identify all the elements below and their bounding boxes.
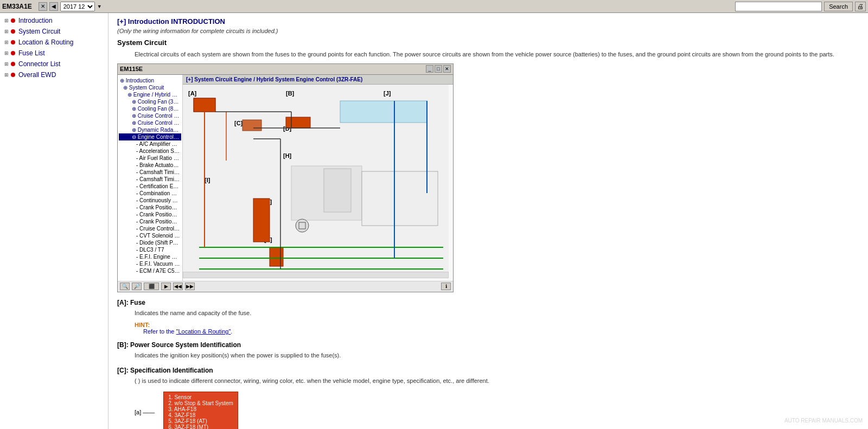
spec-image: [a] —— 1. Sensor 2. w/o Stop & Start Sys… [135, 392, 859, 429]
diagram-body: ⊕ Introduction ⊕ System Circuit ⊕ Engine… [118, 75, 453, 281]
diagram-footer: 🔍 🔎 ⬛ ▶ ◀◀ ▶▶ ℹ [118, 281, 453, 292]
diagram-tree-camshaft-2[interactable]: - Camshaft Timing C... [119, 176, 181, 183]
diagram-tree-cert-ecu[interactable]: - Certification ECU /... [119, 183, 181, 190]
system-circuit-title: System Circuit [117, 39, 859, 47]
intro-header: [+] Introduction INTRODUCTION [117, 17, 859, 25]
diagram-tree-cruise-8a[interactable]: ⊕ Cruise Control (8A... [119, 119, 181, 126]
main-layout: ⊞ Introduction ⊞ System Circuit ⊞ Locati… [0, 13, 868, 429]
diagram-tree-acceleration[interactable]: - Acceleration Senso... [119, 148, 181, 155]
sidebar-item-introduction[interactable]: ⊞ Introduction [0, 15, 108, 26]
diagram-tree-cvt-variable[interactable]: - Continuously Varia... [119, 197, 181, 204]
content-area: [+] Introduction INTRODUCTION (Only the … [108, 13, 868, 429]
sidebar-item-system-circuit[interactable]: ⊞ System Circuit [0, 26, 108, 37]
diagram-tree-combo-meter[interactable]: - Combination Meter... [119, 190, 181, 197]
info-btn[interactable]: ℹ [441, 283, 451, 290]
sidebar: ⊞ Introduction ⊞ System Circuit ⊞ Locati… [0, 13, 108, 429]
wiring-diagram-svg: [A] [B] [J] [C] [D] [H] [I] [F] [E] [G] [183, 85, 449, 272]
svg-text:[J]: [J] [384, 90, 391, 97]
section-power-source: [B]: Power Source System Identification … [117, 341, 859, 360]
diagram-tree-system-circuit[interactable]: ⊕ System Circuit [119, 84, 181, 91]
system-circuit-text: Electrical circuits of each system are s… [135, 50, 859, 59]
svg-rect-11 [194, 98, 215, 112]
topbar: EM33A1E ✕ ◀ 2017 12 ▼ Search 🖨 [0, 0, 868, 13]
power-source-label: [B]: Power Source System Identification [117, 341, 241, 349]
diagram-tree-crank-1[interactable]: - Crank Position Sen... [119, 204, 181, 211]
diagram-tree-diode[interactable]: - Diode (Shift Positi... [119, 239, 181, 246]
diagram-tree-cvt-solenoid[interactable]: - CVT Solenoid (Tran... [119, 232, 181, 239]
diagram-tree-efi-vacuum[interactable]: - E.F.I. Vacuum Sen... [119, 260, 181, 267]
play-btn[interactable]: ▶ [161, 283, 171, 290]
close-button[interactable]: ✕ [39, 2, 47, 11]
svg-rect-16 [340, 101, 427, 123]
fit-btn[interactable]: ⬛ [144, 283, 159, 290]
diagram-title: EM115E [120, 66, 425, 72]
dropdown-arrow[interactable]: ▼ [97, 4, 102, 9]
diagram-tree-ecm[interactable]: - ECM / A7E C5E ... [119, 267, 181, 274]
sidebar-item-connector-list[interactable]: ⊞ Connector List [0, 59, 108, 69]
step-fwd-btn[interactable]: ▶▶ [185, 283, 195, 290]
search-input[interactable] [735, 2, 822, 11]
diagram-tree: ⊕ Introduction ⊕ System Circuit ⊕ Engine… [118, 75, 183, 281]
svg-point-32 [296, 219, 309, 232]
diagram-tree-engine-hybrid[interactable]: ⊕ Engine / Hybrid Sys... [119, 91, 181, 98]
diagram-maximize-btn[interactable]: □ [435, 65, 442, 73]
diagram-tree-camshaft-1[interactable]: - Camshaft Timing C... [119, 169, 181, 176]
step-back-btn[interactable]: ◀◀ [173, 283, 183, 290]
diagram-tree-brake-actuator[interactable]: - Brake Actuator Ass... [119, 162, 181, 169]
svg-text:[A]: [A] [188, 90, 197, 97]
spec-box: 1. Sensor 2. w/o Stop & Start System 3. … [163, 392, 238, 429]
hint-box: HINT: Refer to the "Location & Routing". [135, 322, 842, 335]
fuse-label: [A]: Fuse [117, 299, 145, 306]
intro-subtext: (Only the wiring information for complet… [117, 28, 859, 34]
svg-rect-13 [286, 117, 310, 128]
watermark: AUTO REPAIR MANUALS.COM [784, 418, 863, 424]
zoom-in-btn[interactable]: 🔍 [120, 283, 130, 290]
diagram-tree-cruise-main[interactable]: - Cruise Control Mai... [119, 225, 181, 232]
diagram-hscroll[interactable] [183, 272, 449, 278]
zoom-out-btn[interactable]: 🔎 [132, 283, 142, 290]
svg-rect-12 [242, 120, 261, 131]
back-button[interactable]: ◀ [49, 2, 58, 11]
diagram-tree-cooling-fan-3zr[interactable]: ⊕ Cooling Fan (3ZR... [119, 98, 181, 105]
spec-anchor-label: [a] —— [135, 409, 155, 415]
hint-label: HINT: [135, 322, 842, 328]
diagram-tree-cooling-fan-8ar[interactable]: ⊕ Cooling Fan (8AR... [119, 105, 181, 112]
diagram-tree-dynamic-radar[interactable]: ⊕ Dynamic Radar C... [119, 126, 181, 133]
power-source-description: Indicates the ignition key position(s) w… [135, 351, 859, 360]
diagram-tree-air-fuel[interactable]: - Air Fuel Ratio Sens... [119, 155, 181, 162]
diagram-window: EM115E _ □ ✕ ⊕ Introduction ⊕ System Cir… [117, 63, 454, 292]
sidebar-item-fuse-list[interactable]: ⊞ Fuse List [0, 48, 108, 59]
svg-text:[B]: [B] [286, 90, 295, 97]
diagram-tree-ac-amplifier[interactable]: - A/C Amplifier Asse... [119, 140, 181, 148]
diagram-close-btn[interactable]: ✕ [443, 65, 451, 73]
diagram-tree-crank-3[interactable]: - Crank Position Sen... [119, 218, 181, 225]
diagram-titlebar: EM115E _ □ ✕ [118, 64, 453, 75]
page-selector[interactable]: 2017 12 [60, 2, 95, 11]
diagram-tree-introduction[interactable]: ⊕ Introduction [119, 77, 181, 84]
app-title: EM33A1E [2, 3, 32, 10]
fuse-description: Indicates the name and capacity of the f… [135, 309, 859, 318]
section-fuse: [A]: Fuse Indicates the name and capacit… [117, 299, 859, 335]
diagram-tree-crank-2[interactable]: - Crank Position Sen... [119, 211, 181, 218]
hint-link[interactable]: "Location & Routing" [176, 328, 231, 335]
section-spec-id: [C]: Specification Identification ( ) is… [117, 367, 859, 386]
sidebar-item-location-routing[interactable]: ⊞ Location & Routing [0, 37, 108, 48]
spec-id-label: [C]: Specification Identification [117, 367, 213, 374]
svg-rect-14 [253, 199, 270, 242]
sidebar-item-overall-ewd[interactable]: ⊞ Overall EWD [0, 69, 108, 80]
print-button[interactable]: 🖨 [855, 2, 866, 11]
diagram-tree-cruise-3z[interactable]: ⊕ Cruise Control (3Z... [119, 112, 181, 119]
svg-rect-18 [291, 166, 362, 220]
svg-rect-15 [270, 247, 283, 266]
diagram-tree-dlc3[interactable]: - DLC3 / T7 [119, 246, 181, 253]
hint-text: Refer to the "Location & Routing". [143, 328, 842, 335]
svg-text:[I]: [I] [205, 177, 210, 183]
diagram-canvas[interactable]: [+] System Circuit Engine / Hybrid Syste… [183, 75, 453, 281]
diagram-tree-efi-engine[interactable]: - E.F.I. Engine Coola... [119, 253, 181, 260]
svg-text:[H]: [H] [283, 152, 292, 159]
diagram-minimize-btn[interactable]: _ [426, 65, 433, 73]
spec-id-description: ( ) is used to indicate different connec… [135, 376, 859, 386]
diagram-tree-engine-control[interactable]: ⊖ Engine Control (3... [119, 133, 181, 140]
svg-text:[C]: [C] [234, 120, 243, 126]
search-button[interactable]: Search [824, 2, 853, 11]
